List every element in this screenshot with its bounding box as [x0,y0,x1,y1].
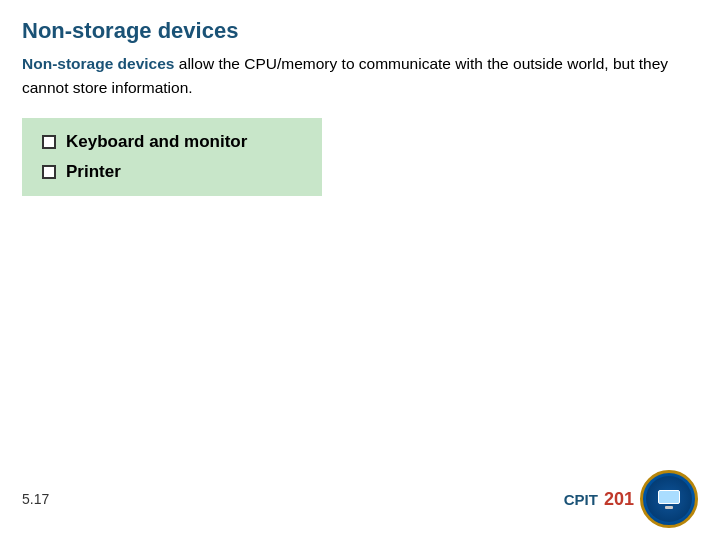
monitor-icon [658,490,680,504]
cpit-logo-inner [646,476,692,522]
slide-number: 5.17 [22,491,49,507]
slide-description: Non-storage devices allow the CPU/memory… [22,52,698,100]
bullet-list-box: Keyboard and monitor Printer [22,118,322,196]
list-item: Keyboard and monitor [42,132,302,152]
slide-container: Non-storage devices Non-storage devices … [0,0,720,540]
bullet-label-1: Keyboard and monitor [66,132,247,152]
slide-title: Non-storage devices [22,18,698,44]
cpit-logo [640,470,698,528]
description-highlight: Non-storage devices [22,55,174,72]
list-item: Printer [42,162,302,182]
footer-right: CPIT 201 [564,470,698,528]
bullet-label-2: Printer [66,162,121,182]
monitor-stand-icon [665,506,673,509]
bullet-square-icon [42,165,56,179]
cpit-text-label: CPIT [564,491,598,508]
slide-footer: 5.17 CPIT 201 [22,470,698,528]
bullet-square-icon [42,135,56,149]
page-number: 201 [604,489,634,510]
